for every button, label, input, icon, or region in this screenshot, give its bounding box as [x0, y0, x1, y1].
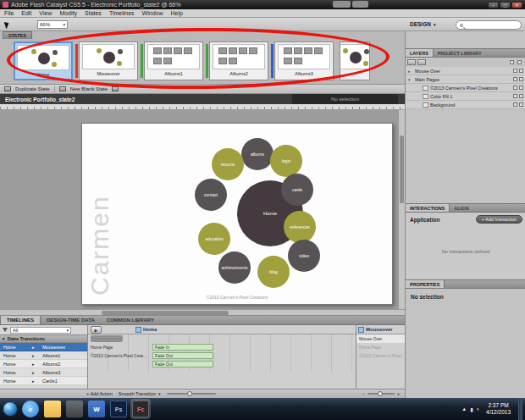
menu-edit[interactable]: Edit	[21, 10, 31, 16]
horizontal-scrollbar[interactable]	[0, 309, 405, 316]
duplicate-state-button[interactable]: Duplicate State	[15, 86, 50, 91]
state-thumb-Mouseover[interactable]: Mouseover	[79, 41, 138, 80]
zoom-out-icon[interactable]: −	[362, 391, 365, 396]
timeline-track[interactable]	[152, 334, 356, 343]
tab-layers[interactable]: LAYERS	[406, 49, 434, 57]
scrollbar-thumb[interactable]	[102, 311, 229, 315]
effect-bar[interactable]: Fade Out	[152, 352, 213, 359]
filter-select[interactable]: All▾	[10, 327, 71, 334]
menu-modify[interactable]: Modify	[59, 10, 77, 16]
secondary-checkbox[interactable]	[519, 69, 523, 73]
vertical-scrollbar[interactable]	[398, 110, 405, 309]
states-panel-tab[interactable]: STATES	[3, 31, 32, 39]
diagram-node-references[interactable]: references	[284, 211, 316, 243]
word-icon[interactable]: W	[88, 401, 105, 417]
effect-bar[interactable]: Fade Out	[152, 361, 213, 368]
layer-options-icon[interactable]	[417, 59, 426, 65]
target-layer-row[interactable]: ©2013 Carmen's Pixel...	[356, 351, 405, 360]
state-transitions-header[interactable]: ▾ State Transitions	[0, 334, 87, 343]
timeline-track[interactable]: Fade Out	[152, 360, 356, 368]
scrollbar-thumb[interactable]	[400, 135, 404, 203]
state-thumb-Albums3[interactable]: Albums3	[274, 41, 334, 80]
state-thumb-Albums1[interactable]: Albums1	[144, 41, 203, 80]
transition-row[interactable]: Home▸Albums2	[0, 360, 87, 368]
disclosure-icon[interactable]: ▸	[408, 69, 413, 74]
internet-explorer-icon[interactable]: e	[22, 401, 39, 417]
menu-window[interactable]: Window	[142, 10, 163, 16]
state-thumb-partial[interactable]	[340, 41, 370, 80]
menu-view[interactable]: View	[39, 10, 52, 16]
tab-interactions[interactable]: INTERACTIONS	[406, 204, 450, 212]
taskbar-clock[interactable]: 2:37 PM 4/12/2013	[483, 402, 514, 417]
tab-common-library[interactable]: COMMON LIBRARY	[101, 316, 160, 324]
add-action-button[interactable]: + Add Action	[86, 391, 113, 396]
start-button[interactable]	[3, 401, 18, 417]
secondary-checkbox[interactable]	[519, 77, 523, 81]
diagram-node-video[interactable]: video	[288, 240, 320, 272]
diagram-node-cards[interactable]: cards	[281, 174, 313, 206]
timeline-track[interactable]: Fade In	[152, 343, 356, 351]
visibility-checkbox[interactable]	[513, 69, 517, 73]
diagram-node-education[interactable]: education	[198, 223, 230, 255]
visibility-checkbox[interactable]	[513, 77, 517, 81]
target-layer-row[interactable]: Home Page	[356, 343, 405, 351]
new-blank-state-button[interactable]: New Blank State	[70, 86, 108, 91]
minimize-button[interactable]: –	[488, 2, 499, 8]
state-options-icon[interactable]	[112, 86, 119, 91]
effect-bar[interactable]: Fade In	[152, 344, 213, 351]
menu-help[interactable]: Help	[170, 10, 182, 16]
add-interaction-button[interactable]: + Add Interaction	[476, 215, 522, 224]
layer-row[interactable]: ▸Mouse Over	[406, 67, 525, 75]
layer-row[interactable]: Background	[406, 101, 525, 109]
layer-row[interactable]: ▾Main Pages	[406, 75, 525, 84]
design-canvas[interactable]: Carmen Homealbumslogincardsreferencesvid…	[0, 110, 405, 309]
smooth-transition-control[interactable]: Smooth Transition ▾	[119, 391, 161, 396]
menu-file[interactable]: File	[4, 10, 14, 16]
transition-row[interactable]: Home▸Cards1	[0, 377, 87, 385]
search-input[interactable]	[466, 23, 517, 28]
workspace-switcher[interactable]: DESIGN▾	[410, 21, 435, 27]
timeline-track[interactable]: Fade Out	[152, 351, 356, 360]
target-layer-row[interactable]: Mouse Over	[356, 334, 405, 343]
menu-states[interactable]: States	[85, 10, 102, 16]
transition-row[interactable]: Home▸Mouseover	[0, 343, 87, 351]
transition-row[interactable]: Home▸Albums1	[0, 351, 87, 360]
to-state-chip[interactable]: Mouseover	[358, 327, 393, 333]
secondary-checkbox[interactable]	[519, 102, 523, 107]
tab-align[interactable]: ALIGN	[450, 204, 472, 212]
zoom-in-icon[interactable]: +	[397, 391, 400, 396]
secondary-checkbox[interactable]	[519, 86, 523, 90]
close-button[interactable]: ✕	[511, 2, 522, 8]
hidden-icons-icon[interactable]: ▲	[461, 406, 467, 412]
diagram-node-albums[interactable]: albums	[241, 138, 274, 170]
folder-icon[interactable]	[44, 401, 61, 417]
state-thumb-Albums2[interactable]: Albums2	[209, 41, 268, 80]
show-desktop-button[interactable]	[518, 398, 522, 420]
state-thumb-Home[interactable]: Home	[14, 41, 73, 80]
volume-icon[interactable]: ◖	[476, 406, 479, 412]
media-app-icon[interactable]	[66, 401, 83, 417]
disclosure-icon[interactable]: ▾	[408, 77, 413, 82]
timeline-zoom-slider[interactable]	[368, 393, 395, 395]
transition-duration-slider[interactable]	[167, 393, 216, 395]
play-button[interactable]: ▶	[91, 326, 102, 334]
from-state-chip[interactable]: Home	[135, 327, 158, 333]
visibility-checkbox[interactable]	[513, 94, 517, 98]
zoom-select[interactable]: 66%▾	[37, 20, 68, 29]
network-icon[interactable]: ▮	[470, 406, 472, 412]
diagram-node-achievements[interactable]: achievements	[218, 251, 251, 284]
tab-timelines[interactable]: TIMELINES	[0, 316, 41, 324]
tab-project-library[interactable]: PROJECT LIBRARY	[434, 49, 486, 57]
diagram-node-blog[interactable]: blog	[257, 256, 290, 288]
diagram-node-login[interactable]: login	[270, 145, 302, 177]
slider-knob[interactable]	[378, 391, 383, 396]
flash-catalyst-icon[interactable]: Fc	[132, 401, 149, 417]
tab-design-time-data[interactable]: DESIGN-TIME DATA	[41, 316, 101, 324]
new-layer-icon[interactable]	[407, 59, 416, 65]
copyright-text[interactable]: ©2013 Carmen's Pixel Creations	[82, 295, 392, 300]
search-box[interactable]	[456, 20, 522, 30]
tab-properties[interactable]: PROPERTIES	[406, 280, 445, 288]
diagram-node-contact[interactable]: contact	[195, 179, 227, 211]
menu-timelines[interactable]: Timelines	[109, 10, 135, 16]
diagram-node-resume[interactable]: resume	[212, 148, 244, 180]
